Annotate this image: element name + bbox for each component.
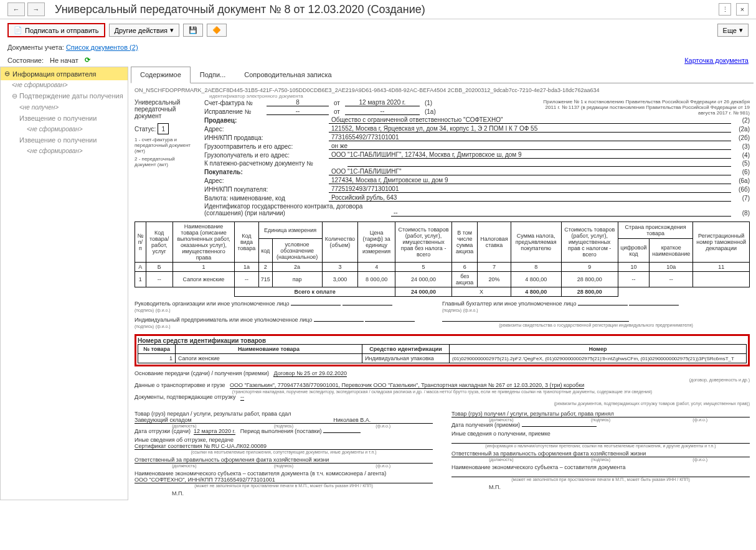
close-icon[interactable]: × — [736, 3, 749, 16]
sign-send-button[interactable]: 📄 Подписать и отправить — [7, 23, 105, 37]
sidebar-status: <не сформирован> — [1, 124, 128, 134]
basis-value: Договор № 25 от 29.02.2020 — [273, 370, 347, 377]
buyer-inn: 7725192493/771301001 — [329, 185, 731, 193]
doc-id-caption: идентификатор электронного документа — [209, 93, 750, 99]
transfer-columns: Товар (груз) передал / услуги, результат… — [135, 411, 750, 496]
goods-table: № п/п Код товара/ работ, услуг Наименова… — [135, 221, 750, 297]
stamp-left: М.П. — [172, 490, 433, 496]
state-label: Состояние: — [7, 57, 44, 64]
sidebar-status: <не получен> — [1, 103, 128, 112]
seller-address: 121552, Москва г, Ярцевская ул, дом 34, … — [329, 125, 731, 133]
header-bar: ← → Универсальный передаточный документ … — [0, 0, 756, 19]
chevron-down-icon: ▾ — [170, 26, 174, 34]
status-value: 1 — [158, 123, 169, 134]
certificate: Сертификат соответствия № RU C-UA.ЛК02.0… — [135, 443, 267, 449]
save-icon-button[interactable]: 💾 — [183, 24, 203, 37]
sidebar-status: <не сформирован> — [1, 80, 128, 90]
ident-row: 1 Сапоги женские Индивидуальная упаковка… — [138, 354, 747, 363]
currency: Российский рубль, 643 — [329, 194, 731, 202]
buyer: ООО "1С-ПАБЛИШИНГ" — [329, 168, 731, 175]
annex-text: Приложение № 1 к постановлению Правитель… — [538, 99, 750, 116]
payment-doc — [347, 166, 731, 167]
tab-signatures[interactable]: Подпи... — [191, 67, 235, 83]
left-column: Товар (груз) передал / услуги, результат… — [135, 411, 433, 496]
table-row: 1 -- Сапоги женские -- 715 пар 3,000 8 0… — [135, 272, 750, 287]
table-total-row: Всего к оплате 24 000,00 Х 4 800,00 28 8… — [135, 287, 750, 297]
sidebar-item-notice2[interactable]: Извещение о получении — [1, 134, 128, 146]
document-body: ON_NSCHFDOPPRMARK_2AEBCF8D445-31B5-421F-… — [131, 83, 754, 500]
doc-links-row: Документы учета: Список документов (2) — [0, 41, 756, 54]
sender-person: Николаев В.А. — [333, 417, 433, 423]
page-title: Универсальный передаточный документ № 8 … — [55, 3, 719, 16]
sidebar-item-notice1[interactable]: Извещение о получении — [1, 112, 128, 124]
stamp-right: М.П. — [489, 484, 750, 490]
tab-cover-note[interactable]: Сопроводительная записка — [235, 67, 341, 83]
doc-id: ON_NSCHFDOPPRMARK_2AEBCF8D445-31B5-421F-… — [135, 87, 750, 93]
nav-back-button[interactable]: ← — [7, 2, 25, 16]
seller-inn: 7731655492/773101001 — [329, 134, 731, 141]
right-column: Товар (груз) получил / услуги, результат… — [451, 411, 750, 496]
tree-icon-button[interactable]: 🔶 — [207, 24, 227, 37]
consignee: ООО "1С-ПАБЛИШИНГ", 127434, Москва г, Дм… — [329, 151, 731, 159]
minus-icon: ⊖ — [4, 70, 10, 78]
chevron-down-icon: ▾ — [739, 26, 743, 34]
sidebar-item-sender-info[interactable]: ⊖ Информация отправителя — [1, 67, 128, 80]
sidebar-status: <не сформирован> — [1, 146, 128, 156]
other-actions-button[interactable]: Другие действия ▾ — [109, 24, 179, 37]
buyer-address: 127434, Москва г, Дмитровское ш, дом 9 — [329, 177, 731, 184]
contract-id: -- — [391, 209, 731, 217]
ident-title: Номера средств идентификации товаров — [138, 337, 747, 344]
sidebar: ⊖ Информация отправителя <не сформирован… — [0, 67, 128, 500]
nav-forward-button[interactable]: → — [27, 2, 45, 16]
minus-icon: ⊖ — [12, 92, 17, 100]
menu-icon[interactable]: ⋮ — [719, 3, 731, 16]
signatures-block: Руководитель организации или иное уполно… — [135, 301, 750, 313]
sign-icon: 📄 — [14, 26, 22, 34]
card-link[interactable]: Карточка документа — [684, 57, 749, 64]
transport-value: ООО "Газелькин", 7709477438/770901001, П… — [230, 382, 584, 389]
toolbar: 📄 Подписать и отправить Другие действия … — [0, 19, 756, 41]
tabs: Содержимое Подпи... Сопроводительная зап… — [131, 67, 754, 83]
entity-left: ООО "СОФТЕХНО", ИНН/КПП 7731655492/77310… — [135, 477, 275, 483]
shipper: он же — [329, 142, 731, 150]
refresh-icon[interactable]: ⟳ — [85, 56, 90, 64]
state-value: Не начат — [50, 57, 78, 64]
ship-docs-value: -- — [240, 394, 244, 401]
doc-list-link[interactable]: Список документов (2) — [66, 44, 138, 51]
seller: Общество с ограниченной ответственностью… — [329, 116, 731, 124]
invoice-date: 12 марта 2020 г. — [345, 99, 420, 106]
upd-status-box: Универсальный передаточный документ Стат… — [135, 99, 197, 218]
more-button[interactable]: Еще ▾ — [717, 24, 749, 37]
invoice-no: 8 — [267, 99, 329, 106]
ship-date: 12 марта 2020 г. — [194, 428, 235, 435]
tab-content[interactable]: Содержимое — [131, 67, 191, 83]
sidebar-item-confirm-date[interactable]: ⊖ Подтверждение даты получения — [1, 90, 128, 103]
identification-block: Номера средств идентификации товаров № т… — [135, 334, 750, 366]
sender-role: Заведующий складом — [135, 417, 234, 423]
bottom-block: Основание передачи (сдачи) / получения (… — [135, 370, 750, 406]
